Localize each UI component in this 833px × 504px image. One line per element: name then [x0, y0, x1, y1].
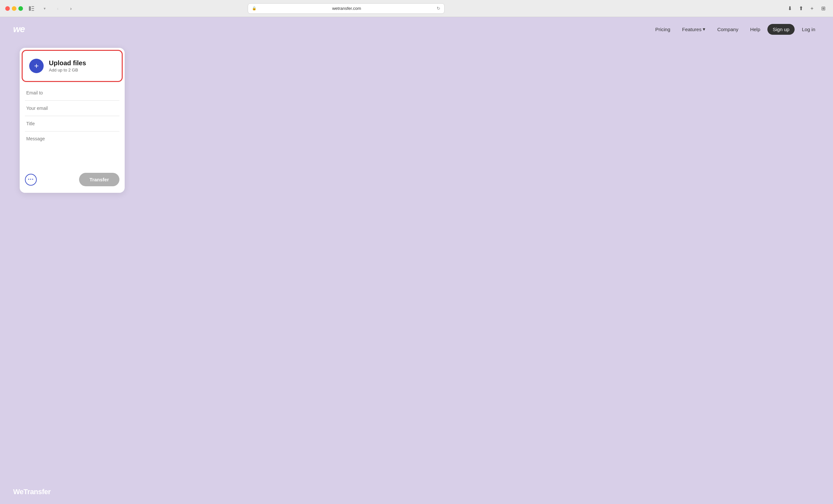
- nav-login[interactable]: Log in: [797, 24, 820, 35]
- tabs-icon[interactable]: ⊞: [818, 4, 828, 13]
- nav-features[interactable]: Features ▾: [677, 24, 710, 35]
- back-button[interactable]: ‹: [53, 4, 62, 13]
- upload-text: Upload files Add up to 2 GB: [49, 59, 86, 73]
- title-input[interactable]: [26, 121, 118, 126]
- message-input[interactable]: [26, 136, 118, 156]
- browser-chrome: ▾ ‹ › 🔒 wetransfer.com ↻ ⬇ ⬆ + ⊞: [0, 0, 833, 17]
- transfer-button[interactable]: Transfer: [79, 173, 119, 186]
- email-to-field: [25, 85, 119, 101]
- lock-icon: 🔒: [252, 6, 257, 10]
- nav-links: Pricing Features ▾ Company Help Sign up …: [650, 24, 820, 35]
- nav-signup[interactable]: Sign up: [767, 24, 794, 35]
- upload-section[interactable]: + Upload files Add up to 2 GB: [22, 50, 123, 82]
- share-icon[interactable]: ⬆: [796, 4, 805, 13]
- your-email-input[interactable]: [26, 106, 118, 111]
- reload-icon[interactable]: ↻: [437, 6, 440, 11]
- main-area: + Upload files Add up to 2 GB: [0, 41, 833, 199]
- message-field: [25, 131, 119, 163]
- logo[interactable]: we: [13, 24, 25, 34]
- sidebar-toggle[interactable]: [27, 4, 36, 13]
- upload-card: + Upload files Add up to 2 GB: [20, 48, 125, 193]
- maximize-button[interactable]: [18, 6, 23, 11]
- card-footer: ··· Transfer: [20, 169, 125, 193]
- new-tab-icon[interactable]: +: [807, 4, 816, 13]
- navbar: we Pricing Features ▾ Company Help Sign …: [0, 17, 833, 41]
- chevron-down-icon: ▾: [703, 26, 705, 32]
- traffic-lights: [5, 6, 23, 11]
- chevron-down-icon[interactable]: ▾: [40, 4, 49, 13]
- options-button[interactable]: ···: [25, 174, 37, 185]
- upload-icon-circle: +: [29, 59, 44, 73]
- nav-help[interactable]: Help: [745, 24, 765, 35]
- form-section: [20, 84, 125, 169]
- close-button[interactable]: [5, 6, 10, 11]
- footer-brand: WeTransfer: [13, 487, 50, 496]
- url-text: wetransfer.com: [259, 6, 435, 11]
- svg-rect-2: [31, 8, 34, 9]
- upload-subtitle: Add up to 2 GB: [49, 68, 86, 73]
- title-field: [25, 116, 119, 131]
- browser-right-controls: ⬇ ⬆ + ⊞: [785, 4, 828, 13]
- download-icon[interactable]: ⬇: [785, 4, 794, 13]
- plus-icon: +: [34, 62, 39, 70]
- forward-button[interactable]: ›: [66, 4, 75, 13]
- page-content: we Pricing Features ▾ Company Help Sign …: [0, 17, 833, 504]
- ellipsis-icon: ···: [28, 176, 34, 183]
- your-email-field: [25, 101, 119, 116]
- upload-title: Upload files: [49, 59, 86, 67]
- address-bar[interactable]: 🔒 wetransfer.com ↻: [248, 3, 445, 14]
- svg-rect-3: [31, 10, 34, 11]
- nav-pricing[interactable]: Pricing: [650, 24, 675, 35]
- svg-rect-0: [29, 6, 31, 11]
- email-to-input[interactable]: [26, 90, 118, 95]
- minimize-button[interactable]: [12, 6, 17, 11]
- nav-company[interactable]: Company: [713, 24, 743, 35]
- svg-rect-1: [31, 6, 34, 7]
- page-footer: WeTransfer: [13, 487, 50, 496]
